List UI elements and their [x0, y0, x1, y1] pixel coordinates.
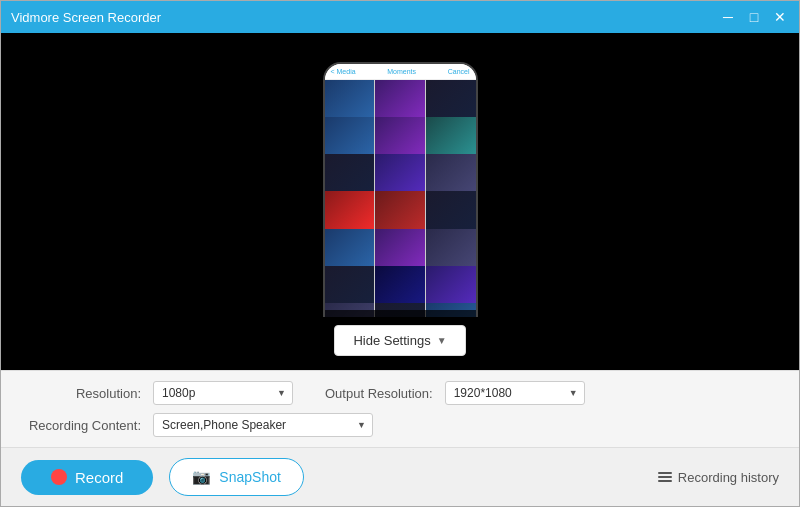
record-label: Record — [75, 469, 123, 486]
chevron-down-icon: ▼ — [437, 335, 447, 346]
hide-settings-bar: Hide Settings ▼ — [1, 317, 799, 370]
camera-icon: 📷 — [192, 468, 211, 486]
output-resolution-label: Output Resolution: — [325, 386, 433, 401]
media-back-label[interactable]: < Media — [331, 68, 356, 75]
maximize-button[interactable]: □ — [745, 8, 763, 26]
record-icon — [51, 469, 67, 485]
phone-header: < Media Moments Cancel — [325, 64, 476, 80]
hamburger-icon — [658, 472, 672, 482]
phone-screen: < Media Moments Cancel 1:31 1s 1s 3y — [325, 64, 476, 340]
preview-area: < Media Moments Cancel 1:31 1s 1s 3y — [1, 33, 799, 370]
settings-panel: Resolution: 480p 720p 1080p 2K 4K Output… — [1, 370, 799, 447]
record-button[interactable]: Record — [21, 460, 153, 495]
recording-content-select[interactable]: Screen Screen,Phone Speaker Screen,Micro… — [153, 413, 373, 437]
cancel-label[interactable]: Cancel — [448, 68, 470, 75]
snapshot-label: SnapShot — [219, 469, 281, 485]
phone-mockup: < Media Moments Cancel 1:31 1s 1s 3y — [323, 62, 478, 342]
hamburger-line-3 — [658, 480, 672, 482]
hide-settings-button[interactable]: Hide Settings ▼ — [334, 325, 465, 356]
moments-label: Moments — [387, 68, 416, 75]
snapshot-button[interactable]: 📷 SnapShot — [169, 458, 304, 496]
photo-grid: 1:31 1s 1s 3y 30s — [325, 80, 476, 340]
titlebar: Vidmore Screen Recorder ─ □ ✕ — [1, 1, 799, 33]
hamburger-line-1 — [658, 472, 672, 474]
close-button[interactable]: ✕ — [771, 8, 789, 26]
resolution-label: Resolution: — [21, 386, 141, 401]
app-title: Vidmore Screen Recorder — [11, 10, 719, 25]
resolution-row: Resolution: 480p 720p 1080p 2K 4K Output… — [21, 381, 779, 405]
output-resolution-select[interactable]: 1280*720 1920*1080 2560*1440 3840*2160 — [445, 381, 585, 405]
recording-history-button[interactable]: Recording history — [658, 470, 779, 485]
recording-content-label: Recording Content: — [21, 418, 141, 433]
history-label: Recording history — [678, 470, 779, 485]
recording-content-select-wrapper: Screen Screen,Phone Speaker Screen,Micro… — [153, 413, 373, 437]
resolution-select[interactable]: 480p 720p 1080p 2K 4K — [153, 381, 293, 405]
output-resolution-select-wrapper: 1280*720 1920*1080 2560*1440 3840*2160 — [445, 381, 585, 405]
app-window: Vidmore Screen Recorder ─ □ ✕ < Media Mo… — [0, 0, 800, 507]
resolution-select-wrapper: 480p 720p 1080p 2K 4K — [153, 381, 293, 405]
hamburger-line-2 — [658, 476, 672, 478]
hide-settings-label: Hide Settings — [353, 333, 430, 348]
window-controls: ─ □ ✕ — [719, 8, 789, 26]
minimize-button[interactable]: ─ — [719, 8, 737, 26]
bottom-toolbar: Record 📷 SnapShot Recording history — [1, 447, 799, 506]
recording-content-row: Recording Content: Screen Screen,Phone S… — [21, 413, 779, 437]
